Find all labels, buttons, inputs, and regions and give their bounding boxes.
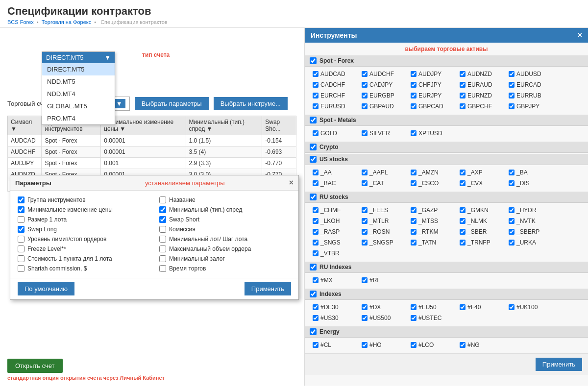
instrument-checkbox-6-4[interactable] — [509, 304, 514, 310]
instrument-checkbox-0-5[interactable] — [313, 82, 318, 88]
instrument-checkbox-1-0[interactable] — [313, 130, 318, 136]
param-checkbox-right-5[interactable] — [159, 245, 166, 252]
instrument-checkbox-3-5[interactable] — [313, 180, 318, 186]
instrument-checkbox-5-1[interactable] — [362, 277, 368, 283]
instrument-checkbox-4-5[interactable] — [313, 218, 318, 224]
param-checkbox-left-2[interactable] — [18, 216, 24, 223]
instrument-checkbox-4-12[interactable] — [411, 229, 416, 235]
instrument-checkbox-4-3[interactable] — [460, 207, 466, 213]
instrument-checkbox-4-14[interactable] — [509, 229, 514, 235]
section-checkbox-3[interactable] — [310, 156, 317, 163]
breadcrumb-link-1[interactable]: BCS Forex — [7, 19, 34, 25]
instrument-checkbox-4-7[interactable] — [411, 218, 416, 224]
instrument-checkbox-4-4[interactable] — [509, 207, 514, 213]
params-apply-btn[interactable]: Применить — [245, 282, 291, 295]
param-checkbox-right-3[interactable] — [159, 226, 166, 233]
instrument-checkbox-0-18[interactable] — [460, 103, 466, 109]
instrument-checkbox-6-7[interactable] — [411, 315, 416, 321]
instrument-checkbox-3-8[interactable] — [460, 180, 466, 186]
section-checkbox-6[interactable] — [310, 291, 317, 297]
breadcrumb-link-2[interactable]: Торговля на Форекс — [42, 19, 91, 25]
dropdown-option-0[interactable]: DIRECT.MT5 — [42, 63, 115, 75]
instrument-checkbox-6-2[interactable] — [411, 304, 416, 310]
instrument-checkbox-1-2[interactable] — [411, 130, 416, 136]
instrument-checkbox-0-7[interactable] — [411, 82, 416, 88]
section-checkbox-1[interactable] — [310, 117, 317, 123]
param-checkbox-left-7[interactable] — [18, 265, 24, 272]
instrument-checkbox-0-6[interactable] — [362, 82, 368, 88]
instrument-checkbox-0-14[interactable] — [509, 93, 514, 98]
section-checkbox-0[interactable] — [310, 57, 317, 64]
param-checkbox-left-6[interactable] — [18, 255, 24, 262]
col-swap-short[interactable]: Swap Sho... — [262, 116, 296, 135]
instrument-checkbox-0-8[interactable] — [460, 82, 466, 88]
param-checkbox-left-3[interactable] — [18, 226, 24, 233]
instrument-checkbox-0-4[interactable] — [509, 71, 514, 77]
instrument-checkbox-4-17[interactable] — [411, 240, 416, 245]
instrument-checkbox-4-20[interactable] — [313, 250, 318, 256]
instrument-checkbox-6-1[interactable] — [362, 304, 368, 310]
param-checkbox-right-0[interactable] — [159, 196, 166, 203]
param-checkbox-left-4[interactable] — [18, 236, 24, 243]
instrument-checkbox-6-0[interactable] — [313, 304, 318, 310]
dropdown-option-2[interactable]: NDD.MT4 — [42, 88, 115, 100]
instrument-checkbox-0-9[interactable] — [509, 82, 514, 88]
param-checkbox-right-6[interactable] — [159, 255, 166, 262]
instrument-checkbox-3-4[interactable] — [509, 170, 514, 175]
param-checkbox-right-2[interactable] — [159, 216, 166, 223]
account-dropdown[interactable]: DIRECT.MT5 ▼ DIRECT.MT5 NDD.MT5 NDD.MT4 … — [42, 51, 115, 125]
instrument-checkbox-3-3[interactable] — [460, 170, 466, 175]
instrument-checkbox-0-10[interactable] — [313, 93, 318, 98]
dropdown-option-3[interactable]: GLOBAL.MT5 — [42, 100, 115, 112]
param-checkbox-left-5[interactable] — [18, 245, 24, 252]
instrument-checkbox-4-11[interactable] — [362, 229, 368, 235]
instrument-checkbox-4-15[interactable] — [313, 240, 318, 245]
instruments-close-btn[interactable]: × — [578, 31, 582, 40]
instrument-checkbox-3-0[interactable] — [313, 170, 318, 175]
instrument-checkbox-4-10[interactable] — [313, 229, 318, 235]
instrument-checkbox-4-16[interactable] — [362, 240, 368, 245]
instrument-checkbox-0-3[interactable] — [460, 71, 466, 77]
instrument-checkbox-4-19[interactable] — [509, 240, 514, 245]
instrument-checkbox-5-0[interactable] — [313, 277, 318, 283]
instrument-checkbox-7-0[interactable] — [313, 342, 318, 348]
instrument-checkbox-0-16[interactable] — [362, 103, 368, 109]
section-checkbox-2[interactable] — [310, 144, 317, 150]
instrument-checkbox-4-6[interactable] — [362, 218, 368, 224]
instrument-checkbox-4-9[interactable] — [509, 218, 514, 224]
select-instruments-btn[interactable]: Выбрать инструме... — [214, 97, 288, 110]
param-checkbox-left-1[interactable] — [18, 206, 24, 213]
instrument-checkbox-4-13[interactable] — [460, 229, 466, 235]
instrument-checkbox-4-18[interactable] — [460, 240, 466, 245]
param-checkbox-right-7[interactable] — [159, 265, 166, 272]
instrument-checkbox-0-19[interactable] — [509, 103, 514, 109]
instrument-checkbox-4-8[interactable] — [460, 218, 466, 224]
params-default-btn[interactable]: По умолчанию — [18, 282, 74, 295]
instrument-checkbox-4-0[interactable] — [313, 207, 318, 213]
instrument-checkbox-3-1[interactable] — [362, 170, 368, 175]
section-checkbox-4[interactable] — [310, 194, 317, 200]
instrument-checkbox-3-2[interactable] — [411, 170, 416, 175]
section-checkbox-7[interactable] — [310, 328, 317, 335]
instrument-checkbox-3-7[interactable] — [411, 180, 416, 186]
instrument-checkbox-0-13[interactable] — [460, 93, 466, 98]
instrument-checkbox-0-17[interactable] — [411, 103, 416, 109]
select-params-btn[interactable]: Выбрать параметры — [135, 97, 209, 110]
instrument-checkbox-7-2[interactable] — [411, 342, 416, 348]
instrument-checkbox-4-1[interactable] — [362, 207, 368, 213]
params-modal-close-btn[interactable]: × — [289, 178, 294, 187]
dropdown-option-1[interactable]: NDD.MT5 — [42, 75, 115, 88]
instrument-checkbox-0-15[interactable] — [313, 103, 318, 109]
instrument-checkbox-0-0[interactable] — [313, 71, 318, 77]
col-min-spread[interactable]: Минимальный (тип.) спред ▼ — [186, 116, 262, 135]
param-checkbox-right-4[interactable] — [159, 236, 166, 243]
instrument-checkbox-7-1[interactable] — [362, 342, 368, 348]
instrument-checkbox-6-6[interactable] — [362, 315, 368, 321]
dropdown-option-4[interactable]: PRO.MT4 — [42, 112, 115, 124]
instrument-checkbox-0-11[interactable] — [362, 93, 368, 98]
instrument-checkbox-0-1[interactable] — [362, 71, 368, 77]
instrument-checkbox-4-2[interactable] — [411, 207, 416, 213]
instrument-checkbox-0-2[interactable] — [411, 71, 416, 77]
instrument-checkbox-6-5[interactable] — [313, 315, 318, 321]
param-checkbox-right-1[interactable] — [159, 206, 166, 213]
